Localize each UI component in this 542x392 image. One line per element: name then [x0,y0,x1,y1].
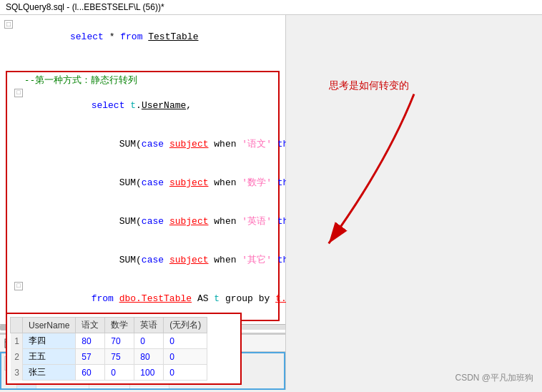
bth-noname: (无列名) [164,318,207,333]
table-row: 1李四807000 [11,333,207,349]
table-row: 3张三6001000 [11,365,207,381]
table-cell: 数学 [89,386,130,391]
bth-username: UserName [23,318,76,333]
code-comment: --第一种方式：静态行转列 [13,74,272,87]
table-cell: 0 [164,365,207,381]
code-sum-4: SUM(case subject when '其它' then Source e… [10,241,275,280]
code-select: select t.UserName, [24,87,272,125]
table-cell: 100 [134,365,164,381]
bth-yuwen: 语文 [76,318,105,333]
code-sum-2: SUM(case subject when '数学' then Source e… [10,164,275,202]
table-cell: 2 [17,386,36,391]
table-cell: 李四 [23,333,76,349]
code-sum-1: SUM(case subject when '语文' then Source e… [10,125,275,164]
table-cell: 57 [76,349,105,365]
code-comment-line: --第一种方式：静态行转列 [10,74,275,87]
table-cell: 75 [105,349,134,365]
bth-shuxue: 数学 [105,318,134,333]
arrow-svg [286,58,542,273]
row-number: 2 [5,386,17,391]
table-cell: 0 [105,365,134,381]
code-text-1: select * from TestTable [14,18,282,57]
code-editor[interactable]: □ select * from TestTable --第一种方式：静态行转列 … [0,15,285,335]
bth-yingyu: 英语 [134,318,164,333]
table-row: 2王五5775800 [11,349,207,365]
bottom-results-table: UserName 语文 数学 英语 (无列名) 1李四8070002王五5775… [10,317,207,381]
bottom-table-header-row: UserName 语文 数学 英语 (无列名) [11,318,207,333]
lm-from: □ [14,282,23,290]
table-cell: 李四 [36,386,89,391]
code-boxed-section: --第一种方式：静态行转列 □ select t.UserName, SUM(c… [6,71,280,321]
table-cell: 0 [164,349,207,365]
table-cell: 0 [134,333,164,349]
watermark: CSDN @平凡加班狗 [455,372,533,384]
table-row: 22李四数学70 [5,386,169,391]
table-cell: 张三 [23,365,76,381]
code-line-blank [0,57,285,69]
annotation-text: 思考是如何转变的 [329,79,409,92]
title-text: SQLQuery8.sql - (l...EBESTSELF\L (56))* [6,2,164,12]
title-bar: SQLQuery8.sql - (l...EBESTSELF\L (56))* [0,0,542,15]
bottom-section: UserName 语文 数学 英语 (无列名) 1李四8070002王五5775… [6,313,242,385]
code-sum-3: SUM(case subject when '英语' then Source e… [10,202,275,241]
bth-empty [11,318,23,333]
line-marker-select: □ [14,89,23,97]
table-cell: 王五 [23,349,76,365]
code-line-1: □ select * from TestTable [0,18,285,57]
bottom-table-body: 1李四8070002王五57758003张三6001000 [11,333,207,381]
row-number: 2 [11,349,23,365]
right-panel: 思考是如何转变的 CSDN @平凡加班狗 [286,15,542,390]
table-cell: 0 [164,333,207,349]
line-marker-1: □ [4,20,13,29]
table-cell: 80 [134,349,164,365]
table-cell: 80 [76,333,105,349]
table-cell: 70 [130,386,169,391]
code-select-line: □ select t.UserName, [10,87,275,125]
row-number: 1 [11,333,23,349]
table-cell: 70 [105,333,134,349]
table-cell: 60 [76,365,105,381]
row-number: 3 [11,365,23,381]
